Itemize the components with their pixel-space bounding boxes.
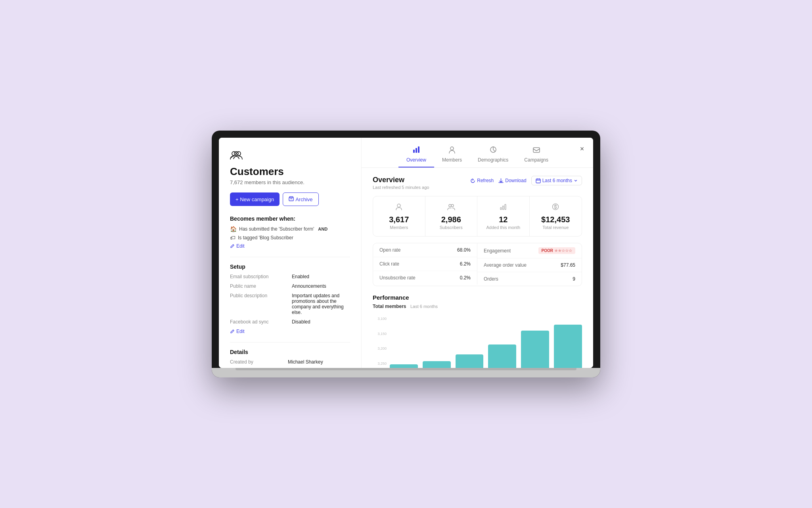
- becomes-member-edit-link[interactable]: Edit: [230, 243, 350, 249]
- svg-rect-15: [503, 206, 504, 210]
- stat-card-members: 3,617 Members: [373, 196, 425, 236]
- tab-members[interactable]: Members: [434, 142, 470, 167]
- performance-subtitle: Total members: [373, 304, 406, 309]
- setup-label-0: Email subscription: [230, 274, 285, 279]
- svg-point-12: [449, 204, 451, 207]
- divider-1: [230, 257, 350, 257]
- stat-label-revenue: Total revenue: [536, 225, 576, 230]
- overview-header: Overview Last refreshed 5 minutes ago Re…: [373, 176, 582, 190]
- new-campaign-button[interactable]: + New campaign: [230, 192, 280, 206]
- setup-value-1: Announcements: [292, 283, 350, 289]
- chart-bar-6: [554, 325, 582, 368]
- svg-point-13: [451, 204, 454, 207]
- chart-bar-5: [521, 331, 549, 368]
- tab-campaigns-label: Campaigns: [524, 157, 548, 163]
- svg-rect-4: [413, 150, 415, 153]
- laptop-base-inner: [236, 368, 576, 370]
- left-panel: Customers 7,672 members in this audience…: [219, 138, 362, 368]
- subscribers-stat-icon: [432, 203, 471, 213]
- star-rating: ★★☆☆☆: [554, 248, 572, 253]
- performance-section: Performance Total members Last 6 months …: [373, 294, 582, 368]
- tab-demographics[interactable]: Demographics: [470, 142, 516, 167]
- refresh-link[interactable]: Refresh: [470, 178, 494, 183]
- overview-title-block: Overview Last refreshed 5 minutes ago: [373, 176, 429, 190]
- setup-value-0: Enabled: [292, 274, 350, 279]
- becomes-member-title: Becomes member when:: [230, 216, 350, 222]
- action-buttons: + New campaign Archive: [230, 192, 350, 206]
- chart-wrapper: 3,100 3,150 3,200 3,250 3,300: [373, 317, 582, 368]
- svg-rect-6: [418, 146, 419, 153]
- screen: Customers 7,672 members in this audience…: [219, 138, 593, 368]
- period-selector[interactable]: Last 6 months: [531, 176, 582, 185]
- metrics-left-col: Open rate 68.0% Click rate 6.2% Unsubscr…: [373, 243, 477, 286]
- performance-period: Last 6 months: [410, 304, 438, 309]
- tab-demographics-label: Demographics: [478, 157, 508, 163]
- metrics-grid: Open rate 68.0% Click rate 6.2% Unsubscr…: [373, 243, 582, 286]
- overview-actions: Refresh Download Last 6 months: [470, 176, 582, 185]
- tab-campaigns[interactable]: Campaigns: [516, 142, 556, 167]
- added-stat-icon: [484, 203, 523, 213]
- svg-rect-14: [500, 208, 502, 210]
- chart-bar-1: [390, 364, 418, 368]
- setup-value-3: Disabled: [292, 319, 350, 325]
- svg-rect-5: [416, 148, 417, 153]
- metric-click-rate: Click rate 6.2%: [373, 257, 477, 271]
- overview-title: Overview: [373, 176, 429, 184]
- audience-icon: [230, 150, 350, 162]
- svg-rect-3: [289, 198, 293, 201]
- chart-bar-3: [456, 354, 484, 368]
- details-grid: Created by Michael Sharkey Last edited 5…: [230, 359, 350, 368]
- chart-bars: [390, 317, 582, 368]
- home-icon: 🏠: [230, 226, 237, 232]
- setup-label-3: Facebook ad sync: [230, 319, 285, 325]
- stat-label-members: Members: [379, 225, 419, 230]
- members-stat-icon: [379, 203, 419, 213]
- details-label-0: Created by: [230, 359, 282, 365]
- engagement-badge: POOR ★★☆☆☆: [538, 247, 575, 254]
- tab-overview-label: Overview: [406, 157, 426, 163]
- metric-engagement: Engagement POOR ★★☆☆☆: [477, 243, 582, 258]
- stat-card-subscribers: 2,986 Subscribers: [425, 196, 478, 236]
- chart-y-labels: 3,100 3,150 3,200 3,250 3,300: [373, 317, 387, 368]
- stat-card-revenue: $12,453 Total revenue: [530, 196, 582, 236]
- chart-bar-4: [488, 344, 516, 368]
- laptop-frame: Customers 7,672 members in this audience…: [212, 131, 600, 377]
- metric-orders: Orders 9: [477, 272, 582, 286]
- archive-button[interactable]: Archive: [283, 192, 318, 206]
- laptop-base: [212, 368, 600, 377]
- membership-rule-1: 🏠 Has submitted the 'Subscriber form' AN…: [230, 226, 350, 232]
- setup-edit-link[interactable]: Edit: [230, 329, 350, 334]
- overview-content: Overview Last refreshed 5 minutes ago Re…: [362, 168, 593, 368]
- audience-subtitle: 7,672 members in this audience.: [230, 179, 350, 185]
- stat-card-added: 12 Added this month: [477, 196, 530, 236]
- svg-rect-16: [505, 204, 506, 210]
- right-panel: × Overview: [362, 138, 593, 368]
- setup-label-2: Public description: [230, 293, 285, 315]
- setup-title: Setup: [230, 264, 350, 270]
- close-button[interactable]: ×: [576, 143, 588, 154]
- metric-open-rate: Open rate 68.0%: [373, 243, 477, 257]
- details-title: Details: [230, 349, 350, 355]
- tab-members-label: Members: [442, 157, 462, 163]
- download-link[interactable]: Download: [498, 178, 526, 183]
- stat-label-added: Added this month: [484, 225, 523, 230]
- metric-unsubscribe-rate: Unsubscribe rate 0.2%: [373, 271, 477, 285]
- stat-value-revenue: $12,453: [536, 215, 576, 224]
- overview-icon: [412, 146, 420, 156]
- svg-rect-9: [533, 148, 540, 152]
- setup-value-2: Important updates and promotions about t…: [292, 293, 350, 315]
- svg-point-7: [450, 147, 454, 150]
- details-value-0: Michael Sharkey: [288, 359, 350, 365]
- chart-bar-2: [423, 361, 451, 368]
- audience-title: Customers: [230, 165, 350, 178]
- members-icon: [448, 146, 456, 156]
- stat-value-subscribers: 2,986: [432, 215, 471, 224]
- archive-icon: [289, 196, 294, 202]
- stat-label-subscribers: Subscribers: [432, 225, 471, 230]
- svg-point-2: [234, 152, 238, 156]
- setup-grid: Email subscription Enabled Public name A…: [230, 274, 350, 325]
- performance-title: Performance: [373, 294, 582, 301]
- svg-point-11: [397, 204, 400, 207]
- tab-overview[interactable]: Overview: [398, 142, 434, 167]
- stats-grid: 3,617 Members 2,986 Subscribers: [373, 196, 582, 237]
